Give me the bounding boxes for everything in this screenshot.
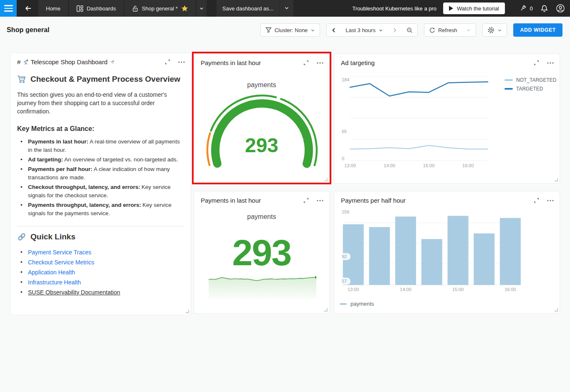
chevron-down-icon: [466, 28, 471, 33]
avatar-icon: [556, 4, 565, 13]
link-application-health[interactable]: Application Health: [28, 269, 75, 276]
tab-home[interactable]: Home: [38, 0, 68, 17]
divider: [17, 226, 183, 226]
watch-tutorial-button[interactable]: Watch the tutorial: [443, 3, 505, 14]
legend-item-not-targeted[interactable]: NOT_TARGETED: [504, 77, 556, 83]
cluster-filter: Cluster: None: [260, 23, 320, 37]
svg-text:0: 0: [342, 156, 344, 161]
resize-handle-icon[interactable]: [324, 178, 328, 181]
bar-chart-legend[interactable]: payments: [340, 301, 374, 307]
page-title: Shop general: [7, 26, 50, 34]
payments-sparkline-chart: [209, 273, 316, 299]
chevron-down-icon: [378, 28, 383, 33]
legend-swatch: [504, 88, 513, 90]
save-dashboard-chevron-button[interactable]: [280, 0, 293, 17]
promo-text: Troubleshoot Kubernetes like a pro: [352, 5, 436, 12]
svg-text:15:00: 15:00: [452, 287, 464, 292]
gauge-value: 293: [194, 134, 329, 157]
back-button[interactable]: [21, 0, 35, 17]
expand-widget-button[interactable]: [164, 59, 171, 65]
tab-options-chevron[interactable]: [197, 0, 207, 17]
time-forward-button[interactable]: [388, 24, 402, 36]
payments-gauge-chart: [194, 54, 330, 184]
page-header: Shop general Cluster: None Last 3 hours: [0, 17, 570, 43]
settings-button[interactable]: [483, 24, 507, 36]
tab-dashboards[interactable]: Dashboards: [69, 0, 124, 17]
refresh-control: Refresh: [424, 23, 477, 37]
expand-icon: [164, 59, 171, 65]
list-item: Ad targeting:An overview of targeted vs.…: [17, 156, 183, 164]
resize-handle-icon[interactable]: [554, 178, 558, 181]
widget-payments-number: Payments in last hour payments 293: [194, 191, 330, 314]
notifications-button[interactable]: [540, 5, 548, 13]
legend-swatch: [504, 79, 513, 81]
svg-text:16:00: 16:00: [462, 163, 474, 168]
refresh-button[interactable]: Refresh: [424, 24, 462, 36]
star-icon[interactable]: [181, 5, 188, 12]
refresh-options-chevron[interactable]: [462, 24, 476, 36]
expand-icon: [303, 197, 309, 204]
list-item: Checkout Service Metrics: [17, 258, 183, 267]
top-navbar: Home Dashboards Shop general * Save dash…: [0, 0, 570, 17]
resize-handle-icon[interactable]: [324, 308, 328, 312]
dashboard-board: # Telescope Shop Dashboard: [0, 43, 570, 392]
legend-swatch: [340, 303, 347, 305]
link-infrastructure-health[interactable]: Infrastructure Health: [28, 279, 81, 286]
svg-text:14:00: 14:00: [400, 287, 411, 292]
save-dashboard-group: Save dashboard as...: [217, 0, 293, 17]
svg-text:16:00: 16:00: [504, 287, 516, 292]
widget-markdown-title: # Telescope Shop Dashboard: [17, 58, 116, 65]
metrics-list: Payments in last hour:A real-time overvi…: [17, 138, 183, 218]
time-range-button[interactable]: Last 3 hours: [341, 24, 388, 36]
cluster-filter-button[interactable]: Cluster: None: [261, 24, 320, 36]
ellipsis-icon: [317, 200, 323, 201]
widget-markdown: # Telescope Shop Dashboard: [10, 53, 191, 315]
unlock-icon: [132, 5, 139, 12]
add-widget-button[interactable]: ADD WIDGET: [513, 23, 562, 37]
save-dashboard-as-button[interactable]: Save dashboard as...: [217, 0, 280, 17]
tab-home-label: Home: [46, 5, 61, 12]
svg-text:15:00: 15:00: [423, 163, 435, 168]
back-arrow-icon: [25, 5, 32, 12]
zoom-out-time-button[interactable]: [402, 24, 417, 36]
widget-menu-button[interactable]: [178, 61, 185, 63]
widget-ad-targeting: Ad targeting 18465013:0014:0015:0016:00 …: [334, 53, 560, 183]
link-suse-observability-documentation[interactable]: SUSE Observability Documentation: [28, 289, 120, 296]
refresh-icon: [429, 27, 435, 33]
svg-text:65: 65: [342, 129, 347, 134]
list-item: Application Health: [17, 268, 183, 277]
tab-shop-general-label: Shop general *: [142, 5, 178, 12]
markdown-content: Checkout & Payment Process Overview This…: [17, 69, 183, 298]
number-value: 293: [194, 231, 329, 274]
svg-text:13:00: 13:00: [348, 287, 359, 292]
expand-widget-button[interactable]: [303, 197, 309, 204]
hamburger-menu-button[interactable]: [0, 0, 17, 17]
legend-item-targeted[interactable]: TARGETED: [504, 86, 556, 92]
markdown-heading: Checkout & Payment Process Overview: [17, 75, 183, 84]
svg-text:156: 156: [342, 209, 349, 214]
list-item: Payments in last hour:A real-time overvi…: [17, 138, 183, 154]
link-icon: [17, 232, 26, 241]
pinned-views-button[interactable]: 0: [519, 5, 533, 12]
resize-handle-icon[interactable]: [554, 308, 558, 312]
chevron-right-icon: [392, 28, 397, 33]
svg-text:13:00: 13:00: [344, 163, 356, 168]
time-back-button[interactable]: [327, 24, 341, 36]
ad-targeting-legend: NOT_TARGETED TARGETED: [504, 77, 556, 92]
pin-count: 0: [530, 5, 533, 12]
play-icon: [449, 6, 453, 11]
zoom-out-icon: [406, 27, 413, 33]
dashboard-tabs: Home Dashboards Shop general *: [38, 0, 207, 17]
link-payment-service-traces[interactable]: Payment Service Traces: [28, 249, 91, 256]
dashboard-settings-control: [482, 23, 507, 37]
resize-handle-icon[interactable]: [185, 309, 189, 313]
widget-menu-button[interactable]: [317, 200, 323, 201]
user-avatar-button[interactable]: [556, 4, 565, 13]
widget-payments-gauge: Payments in last hour payments 293: [194, 53, 330, 183]
number-series-label: payments: [194, 213, 329, 221]
tab-shop-general[interactable]: Shop general *: [124, 0, 196, 17]
list-item: Infrastructure Health: [17, 278, 183, 287]
pin-icon: [519, 5, 527, 12]
markdown-description: This section gives you an end-to-end vie…: [17, 90, 183, 116]
link-checkout-service-metrics[interactable]: Checkout Service Metrics: [28, 259, 94, 266]
